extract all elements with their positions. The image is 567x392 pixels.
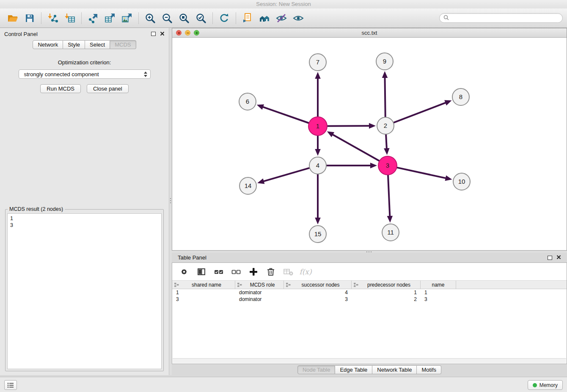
column-header[interactable]: predecessor nodes [352,281,421,289]
tab-network-table[interactable]: Network Table [372,365,417,374]
run-mcds-button[interactable]: Run MCDS [40,84,81,93]
tab-motifs[interactable]: Motifs [417,365,441,374]
duplicate-network-icon[interactable] [239,10,256,26]
unselect-all-icon[interactable] [230,266,242,278]
graph-edge[interactable] [394,102,446,123]
save-icon[interactable] [21,10,38,26]
graph-node[interactable]: 8 [452,88,469,105]
zoom-window-icon[interactable] [194,30,199,36]
svg-text:1: 1 [316,122,319,130]
table-row[interactable]: 3dominator323 [172,296,567,303]
splitter-handle[interactable] [170,198,171,199]
svg-text:6: 6 [246,98,249,105]
graph-edge[interactable] [332,134,380,161]
select-all-icon[interactable] [213,266,225,278]
minimize-window-icon[interactable] [185,30,190,36]
tab-node-table[interactable]: Node Table [297,365,336,374]
hide-details-icon[interactable] [273,10,290,26]
svg-text:2: 2 [384,122,387,129]
close-panel-icon[interactable] [556,254,561,261]
search-input[interactable] [451,15,559,21]
tab-mcds[interactable]: MCDS [110,40,136,49]
graph-node[interactable]: 7 [309,54,326,71]
graph-node[interactable]: 15 [309,226,326,243]
graph-edge[interactable] [385,77,385,117]
float-panel-icon[interactable] [151,32,156,36]
svg-text:7: 7 [316,58,319,66]
delete-icon[interactable] [265,266,277,278]
close-panel-icon[interactable] [160,31,165,37]
optimization-criterion-select[interactable]: strongly connected component [19,69,151,79]
toolbar-separator [236,12,236,24]
table-row[interactable]: 1dominator411 [172,289,567,296]
network-home-icon[interactable] [256,10,273,26]
memory-button[interactable]: Memory [528,380,563,390]
table-cell: 3 [284,296,352,302]
combo-stepper-icon [143,70,148,78]
close-panel-button[interactable]: Close panel [87,84,129,93]
show-details-icon[interactable] [290,10,307,26]
window-title: Session: New Session [256,1,311,7]
tab-select[interactable]: Select [85,40,110,49]
memory-status-icon [533,383,537,387]
column-header-label: shared name [180,282,233,288]
column-header[interactable]: shared name [172,281,235,289]
graph-node[interactable]: 11 [382,224,399,241]
column-header[interactable]: MCDS role [235,281,284,289]
column-header-label: predecessor nodes [359,282,418,288]
toolbar-search[interactable] [439,13,563,23]
tab-network[interactable]: Network [33,40,63,49]
graph-node[interactable]: 6 [239,93,256,110]
import-table-icon[interactable] [61,10,78,26]
graph-edge[interactable] [262,107,309,123]
float-panel-icon[interactable] [548,256,552,260]
graph-node[interactable]: 10 [453,173,470,190]
network-canvas[interactable]: 1234678910111415 [172,38,567,251]
open-folder-icon[interactable] [4,10,21,26]
graph-edge[interactable] [396,168,446,178]
refresh-icon[interactable] [216,10,233,26]
graph-edge[interactable] [388,175,390,217]
tab-style[interactable]: Style [63,40,85,49]
add-icon[interactable] [248,266,259,278]
task-history-button[interactable] [4,380,17,390]
graph-edge-arrow-icon [257,104,264,110]
graph-node[interactable]: 1 [308,117,327,135]
graph-edge[interactable] [386,134,387,149]
graph-node[interactable]: 9 [376,53,393,70]
column-header[interactable]: successor nodes [284,281,352,289]
table-tabs: Node Table Edge Table Network Table Moti… [172,365,567,374]
svg-text:11: 11 [387,229,394,236]
svg-text:15: 15 [314,230,322,237]
tab-edge-table[interactable]: Edge Table [335,365,372,374]
graph-edge-arrow-icon [382,71,388,78]
graph-edge-arrow-icon [315,72,321,79]
graph-edge-arrow-icon [369,123,376,128]
graph-edge[interactable] [263,168,310,182]
table-cell: 4 [284,290,352,295]
graph-node[interactable]: 14 [239,177,256,194]
close-window-icon[interactable] [176,30,182,36]
table-cell: 3 [172,296,235,302]
column-header[interactable]: name [421,281,456,289]
graph-edge[interactable] [327,126,370,126]
export-table-icon[interactable] [102,10,118,26]
gear-icon[interactable] [178,266,190,278]
zoom-out-icon[interactable] [159,10,176,26]
zoom-fit-icon[interactable] [176,10,193,26]
graph-node[interactable]: 3 [378,156,397,175]
table-hscrollbar[interactable] [173,358,566,363]
splitter-handle[interactable] [366,251,367,252]
zoom-selected-icon[interactable] [193,10,209,26]
graph-node[interactable]: 2 [377,117,394,134]
graph-node[interactable]: 4 [309,157,326,174]
columns-icon[interactable] [195,266,207,278]
zoom-in-icon[interactable] [142,10,159,26]
import-network-icon[interactable] [44,10,61,26]
network-window-title: scc.txt [362,30,377,36]
export-network-icon[interactable] [85,10,102,26]
export-image-icon[interactable] [118,10,135,26]
network-window-titlebar[interactable]: scc.txt [172,28,567,38]
column-header-label: MCDS role [243,282,282,288]
table-cell: 2 [352,296,421,302]
